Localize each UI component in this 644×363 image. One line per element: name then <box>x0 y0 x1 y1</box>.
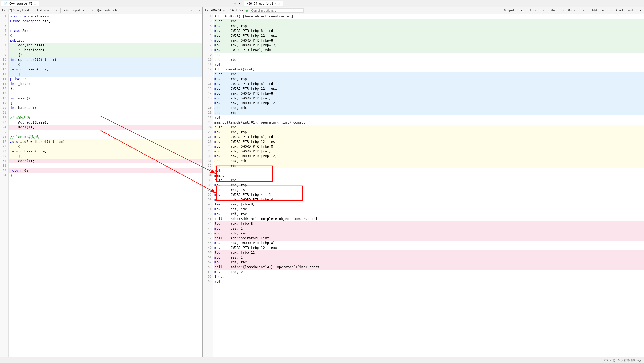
asm-line-30: mov eax, DWORD PTR [rbp-12] <box>214 154 644 159</box>
code-line-11: { <box>9 62 202 67</box>
asm-line-33: ret <box>214 168 644 173</box>
code-line-6: public: <box>9 38 202 43</box>
asm-line-51: mov esi, 1 <box>214 255 644 260</box>
asm-line-10: pop rbp <box>214 57 644 62</box>
close-btn[interactable]: ✕ <box>237 1 241 6</box>
code-line-21 <box>9 110 202 115</box>
code-line-31: add2(1); <box>9 159 202 163</box>
asm-line-53: call main::{lambda(int)#1}::operator()(i… <box>214 265 644 270</box>
compiler-options-input[interactable] <box>250 8 304 13</box>
code-line-22: // 函数对象 <box>9 115 202 120</box>
asm-line-16: mov DWORD PTR [rbp-12], esi <box>214 86 644 91</box>
overrides-btn[interactable]: Overrides <box>567 8 586 12</box>
asm-line-9: nop <box>214 53 644 57</box>
code-line-28: { <box>9 144 202 149</box>
code-line-25 <box>9 130 202 134</box>
code-line-4: class Add <box>9 28 202 33</box>
asm-line-13: push rbp <box>214 72 644 77</box>
save-load-btn[interactable]: 💾 Save/Load <box>7 8 30 12</box>
libraries-btn[interactable]: Libraries <box>547 8 566 12</box>
left-tab-close[interactable]: ✕ <box>34 2 36 5</box>
asm-line-26: mov QWORD PTR [rbp-8], rdi <box>214 134 644 139</box>
minimize-btn[interactable]: ─ <box>233 1 237 6</box>
code-line-30: }; <box>9 154 202 159</box>
asm-line-17: mov rax, QWORD PTR [rbp-8] <box>214 91 644 96</box>
asm-line-29: mov edx, DWORD PTR [rax] <box>214 149 644 154</box>
external-link-icon[interactable]: ↗ <box>242 9 243 12</box>
quick-bench-btn[interactable]: Quick-bench <box>96 8 118 12</box>
asm-line-32: pop rbp <box>214 163 644 168</box>
right-tab-close[interactable]: ✕ <box>278 2 280 5</box>
asm-line-3: mov rbp, rsp <box>214 24 644 28</box>
status-ok-icon: ● <box>246 8 248 13</box>
asm-line-8: mov DWORD PTR [rax], edx <box>214 48 644 53</box>
asm-line-19: mov eax, DWORD PTR [rbp-12] <box>214 101 644 106</box>
panels: A▾ 💾 Save/Load + Add new... ▾ Vim CppIns… <box>0 7 644 357</box>
right-font-size: A▾ <box>205 9 208 12</box>
asm-line-15: mov QWORD PTR [rbp-8], rdi <box>214 81 644 86</box>
right-tab-edit[interactable]: ✎ <box>275 2 277 5</box>
asm-line-56: ret <box>214 279 644 284</box>
asm-line-23: main::{lambda(int)#1}::operator()(int) c… <box>214 120 644 125</box>
right-tab-label: x86-64 gcc 14.1 <box>247 2 273 5</box>
add-new-btn[interactable]: + Add new... ▾ <box>32 8 58 12</box>
right-toolbar-actions: Output... ▾ Filter... ▾ Libraries Overri… <box>503 8 642 12</box>
left-tab-label: C++ source #1 <box>9 2 32 5</box>
asm-line-45: mov esi, 1 <box>214 226 644 231</box>
cpp-insights-btn[interactable]: CppInsights <box>72 8 94 12</box>
asm-line-24: push rbp <box>214 125 644 130</box>
asm-line-40: lea rax, [rbp-8] <box>214 202 644 207</box>
left-tab[interactable]: 📄 C++ source #1 ✕ <box>1 1 39 6</box>
edit-icon[interactable]: ✎ <box>239 9 241 12</box>
main-container: 📄 C++ source #1 ✕ ─ ✕ x86-64 gcc 14.1 ✎ … <box>0 0 644 363</box>
language-selector[interactable]: ⚙ C++ ▾ <box>190 9 200 12</box>
code-line-24: add1(1); <box>9 125 202 130</box>
add-new-chevron-icon: ▾ <box>610 9 612 12</box>
code-line-17 <box>9 91 202 96</box>
code-line-29: return base + num; <box>9 149 202 154</box>
asm-line-39: mov edx, DWORD PTR [rbp-4] <box>214 197 644 202</box>
credit-text: CSDN @一只没有感情的bug <box>604 358 641 362</box>
asm-line-47: call Add::operator()(int) <box>214 236 644 241</box>
asm-line-5: mov DWORD PTR [rbp-12], esi <box>214 33 644 38</box>
code-line-3 <box>9 24 202 28</box>
asm-line-34: main: <box>214 173 644 178</box>
asm-line-43: call Add::Add(int) [complete object cons… <box>214 216 644 221</box>
asm-line-36: mov rbp, rsp <box>214 183 644 188</box>
code-line-26: // lambda表达式 <box>9 134 202 139</box>
right-code-area: 1 2 3 4 5 6 7 8 9 10 11 12 13 14 15 16 1 <box>203 14 644 357</box>
left-panel: A▾ 💾 Save/Load + Add new... ▾ Vim CppIns… <box>0 7 202 357</box>
code-line-13: } <box>9 72 202 77</box>
asm-line-46: mov rdi, rax <box>214 231 644 236</box>
save-icon: 💾 <box>8 9 12 12</box>
add-tool-chevron-icon: ▾ <box>639 9 641 12</box>
output-btn[interactable]: Output... ▾ <box>503 8 523 12</box>
code-line-23: Add add1(base); <box>9 120 202 125</box>
asm-line-7: mov edx, DWORD PTR [rbp-12] <box>214 43 644 48</box>
asm-line-4: mov QWORD PTR [rbp-8], rdi <box>214 28 644 33</box>
right-add-new-btn[interactable]: + Add new... ▾ <box>587 8 613 12</box>
code-line-19: { <box>9 101 202 106</box>
compiler-label: x86-64 gcc 14.1 <box>210 9 237 12</box>
asm-line-14: mov rbp, rsp <box>214 77 644 81</box>
right-code-lines[interactable]: Add::Add(int) [base object constructor]:… <box>213 14 644 357</box>
right-tab[interactable]: x86-64 gcc 14.1 ✎ ✕ <box>244 1 283 6</box>
asm-line-25: mov rbp, rsp <box>214 130 644 134</box>
code-line-12: return _base + num; <box>9 67 202 72</box>
vim-btn[interactable]: Vim <box>63 8 70 12</box>
left-toolbar: A▾ 💾 Save/Load + Add new... ▾ Vim CppIns… <box>0 7 202 14</box>
asm-line-11: ret <box>214 62 644 67</box>
asm-line-1: Add::Add(int) [base object constructor]: <box>214 14 644 19</box>
sep1 <box>60 8 61 13</box>
compiler-actions: ✎ ↗ <box>239 9 243 12</box>
code-line-20: int base = 1; <box>9 106 202 110</box>
output-chevron-icon: ▾ <box>521 9 523 12</box>
asm-line-21: pop rbp <box>214 110 644 115</box>
asm-line-55: leave <box>214 274 644 279</box>
code-line-7: Add(int base) <box>9 43 202 48</box>
left-code-lines[interactable]: #include <iostream> using namespace std;… <box>9 14 202 357</box>
add-tool-btn[interactable]: + Add tool... ▾ <box>615 8 642 12</box>
tab-icon: 📄 <box>4 2 8 5</box>
code-line-32 <box>9 163 202 168</box>
filter-btn[interactable]: Filter... ▾ <box>525 8 546 12</box>
